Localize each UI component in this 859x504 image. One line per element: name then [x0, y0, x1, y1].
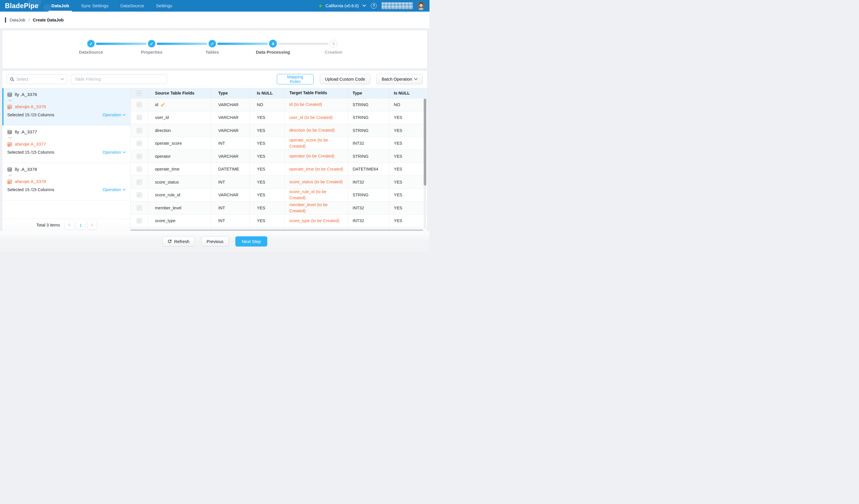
- source-null-cell: NO: [250, 98, 285, 111]
- field-row: ✓ member_level INT YES member_level (to …: [131, 202, 427, 215]
- row-checkbox[interactable]: ✓: [137, 154, 142, 159]
- source-type-cell: INT: [211, 202, 250, 214]
- top-nav: BladePipe DataJob Sync Settings DataSour…: [0, 0, 430, 12]
- nav-item[interactable]: Settings: [155, 0, 174, 12]
- target-field-cell: operate_time (to be Created): [285, 163, 348, 176]
- refresh-button[interactable]: Refresh: [162, 236, 195, 247]
- chevron-down-icon[interactable]: [8, 99, 12, 102]
- refresh-icon: [167, 239, 172, 243]
- table-grid-icon: [7, 130, 12, 135]
- sidebar-pagination: Total 3 items 1: [2, 219, 130, 231]
- target-field-cell: operator (to be Created): [285, 150, 348, 163]
- chevron-down-icon: [122, 152, 126, 153]
- operation-link[interactable]: Operation: [103, 187, 126, 192]
- target-field-cell: score_rule_id (to be Created): [285, 189, 348, 202]
- source-type-cell: VARCHAR: [211, 98, 250, 111]
- row-checkbox[interactable]: ✓: [137, 192, 142, 198]
- target-table-line: afanqie A_3377: [7, 142, 126, 147]
- table-plus-icon: [7, 105, 12, 109]
- source-field-name: member_level: [155, 206, 181, 210]
- nav-item[interactable]: DataSource: [119, 0, 146, 12]
- mapping-rules-button[interactable]: Mapping Rules: [277, 74, 314, 84]
- chevron-down-icon: [122, 189, 126, 191]
- source-type-cell: DATETIME: [211, 163, 250, 176]
- chevron-right-icon: [91, 223, 93, 227]
- table-pair-item[interactable]: lly .A_3376 afanqie A_3376: [2, 88, 130, 126]
- source-table-line: lly .A_3378: [7, 167, 126, 172]
- horizontal-scrollbar-thumb[interactable]: [131, 230, 423, 231]
- chevron-down-icon[interactable]: [8, 174, 12, 177]
- row-checkbox[interactable]: ✓: [137, 167, 142, 172]
- table-pair-item[interactable]: lly .A_3378 afanqie A_3378: [2, 163, 130, 200]
- nav-item[interactable]: Sync Settings: [80, 0, 110, 12]
- table-pair-item[interactable]: lly .A_3377 afanqie A_3377: [2, 126, 130, 163]
- help-icon[interactable]: ?: [371, 3, 377, 9]
- source-null-cell: YES: [250, 137, 285, 150]
- target-null-cell: YES: [389, 163, 427, 176]
- row-checkbox[interactable]: ✓: [137, 128, 142, 133]
- field-row: ✓ operate_time DATETIME YES operate_time…: [131, 163, 427, 176]
- batch-operation-button[interactable]: Batch Operation: [376, 74, 423, 84]
- check-icon: ✓: [150, 42, 153, 46]
- row-checkbox[interactable]: ✓: [137, 115, 142, 120]
- user-name-redacted[interactable]: [382, 2, 413, 9]
- vertical-scrollbar-thumb[interactable]: [424, 99, 426, 186]
- row-checkbox[interactable]: ✓: [137, 218, 142, 223]
- col-source-null: Is NULL: [250, 88, 285, 98]
- stepper-circle: ✓: [148, 40, 155, 48]
- vertical-scrollbar: [424, 99, 426, 229]
- previous-button[interactable]: Previous: [201, 236, 229, 247]
- row-checkbox[interactable]: ✓: [137, 102, 142, 107]
- source-field-name: score_rule_id: [155, 192, 180, 197]
- source-field-name: score_status: [155, 180, 179, 185]
- chevron-down-icon[interactable]: [8, 137, 12, 139]
- nav-item-label: DataJob: [51, 3, 69, 9]
- operation-link[interactable]: Operation: [103, 112, 126, 117]
- wizard-stepper: ✓ DataSource ✓ Properties ✓: [2, 30, 427, 68]
- target-field-cell: user_id (to be Created): [285, 111, 348, 124]
- breadcrumb-parent[interactable]: DataJob: [10, 18, 25, 22]
- operation-link[interactable]: Operation: [103, 150, 126, 155]
- page-number-button[interactable]: 1: [76, 221, 85, 230]
- upload-custom-code-button[interactable]: Upload Custom Code: [320, 74, 371, 84]
- environment-selector[interactable]: California (v0.6.0): [326, 3, 359, 8]
- col-source-type: Type: [211, 88, 250, 98]
- avatar[interactable]: [417, 1, 425, 10]
- prev-page-button[interactable]: [65, 221, 74, 230]
- next-page-button[interactable]: [88, 221, 96, 230]
- brand-logo[interactable]: BladePipe: [0, 0, 39, 12]
- source-field-cell: score_status: [148, 176, 211, 189]
- field-row: ✓ operator VARCHAR YES operator (to be C…: [131, 150, 427, 163]
- target-table-name: afanqie A_3378: [15, 179, 46, 184]
- row-checkbox[interactable]: ✓: [137, 141, 142, 146]
- source-table-name: lly .A_3378: [15, 167, 37, 172]
- col-target-null: Is NULL: [389, 88, 427, 98]
- row-checkbox[interactable]: ✓: [137, 179, 142, 185]
- chevron-down-icon: [122, 114, 126, 116]
- table-grid-icon: [7, 92, 12, 97]
- select-all-checkbox[interactable]: ✓: [137, 91, 142, 96]
- stepper-number: 4: [272, 42, 274, 46]
- source-null-cell: YES: [250, 189, 285, 202]
- nav-item[interactable]: DataJob: [50, 0, 70, 12]
- source-field-cell: score_type: [148, 215, 211, 227]
- target-table-name: afanqie A_3376: [15, 104, 46, 109]
- target-type-cell: DATETIME64: [348, 163, 389, 176]
- row-checkbox[interactable]: ✓: [137, 205, 142, 210]
- check-icon: ✓: [89, 42, 93, 46]
- table-filter-input[interactable]: [71, 74, 167, 84]
- source-type-cell: INT: [211, 215, 250, 227]
- field-mapping-table: ✓ Source Table Fields Type Is NULL Targe…: [131, 88, 427, 231]
- table-select-dropdown[interactable]: Select: [7, 74, 67, 84]
- stepper-label: Creation: [303, 50, 364, 54]
- target-null-cell: YES: [389, 111, 427, 124]
- target-type-cell: STRING: [348, 150, 389, 163]
- source-table-line: lly .A_3377: [7, 129, 126, 135]
- source-field-name: operate_time: [155, 167, 180, 171]
- check-icon: ✓: [211, 42, 214, 46]
- source-type-cell: INT: [211, 176, 250, 189]
- field-row: ✓ direction VARCHAR YES direction (to be…: [131, 124, 427, 137]
- avatar-illustration: [417, 1, 425, 10]
- stepper-number: 5: [333, 42, 335, 46]
- next-step-button[interactable]: Next Step: [235, 236, 267, 247]
